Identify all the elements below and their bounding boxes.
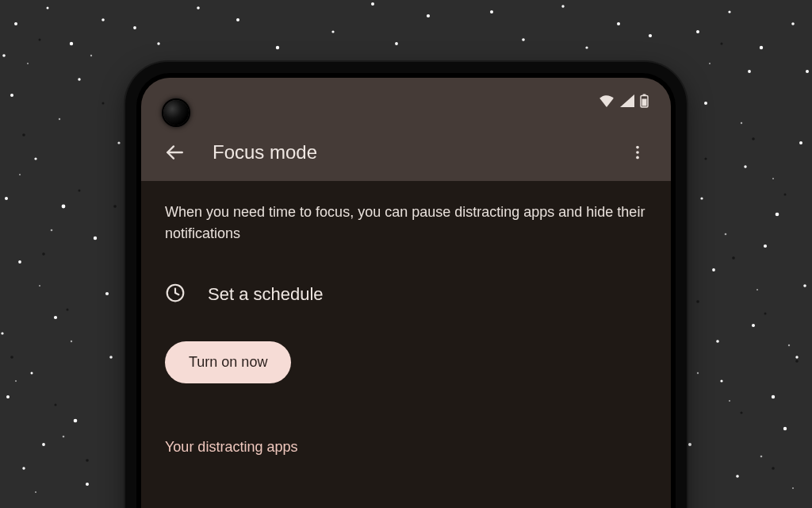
svg-rect-103 xyxy=(642,99,647,106)
svg-point-16 xyxy=(117,141,120,144)
svg-point-26 xyxy=(744,165,746,167)
svg-rect-102 xyxy=(643,94,646,96)
svg-point-78 xyxy=(760,456,763,458)
svg-point-62 xyxy=(59,118,60,120)
svg-point-94 xyxy=(732,256,735,260)
phone-bezel: Focus mode When you need time to focus, … xyxy=(136,73,676,508)
svg-point-5 xyxy=(10,94,13,97)
svg-point-83 xyxy=(79,190,81,192)
svg-point-32 xyxy=(736,475,739,478)
svg-point-88 xyxy=(86,459,89,462)
svg-point-28 xyxy=(712,268,715,271)
svg-point-73 xyxy=(772,178,774,179)
svg-point-38 xyxy=(748,70,751,73)
svg-point-35 xyxy=(764,244,767,248)
svg-point-95 xyxy=(764,313,767,315)
svg-point-10 xyxy=(31,372,33,375)
cellular-signal-icon xyxy=(620,94,634,107)
svg-point-76 xyxy=(788,344,790,346)
svg-point-6 xyxy=(34,157,36,160)
svg-point-1 xyxy=(14,22,17,25)
content-area: When you need time to focus, you can pau… xyxy=(141,181,671,508)
svg-point-82 xyxy=(22,133,25,137)
svg-point-60 xyxy=(803,284,806,287)
svg-point-98 xyxy=(772,467,775,470)
svg-point-29 xyxy=(752,324,755,327)
svg-point-46 xyxy=(157,42,159,44)
svg-point-85 xyxy=(67,309,69,311)
svg-point-105 xyxy=(636,146,639,149)
app-bar: Focus mode xyxy=(141,124,671,181)
svg-point-55 xyxy=(133,26,136,29)
svg-point-69 xyxy=(35,491,36,493)
svg-point-23 xyxy=(760,46,763,49)
set-schedule-row[interactable]: Set a schedule xyxy=(165,281,647,308)
svg-point-14 xyxy=(109,356,113,359)
svg-point-11 xyxy=(74,419,78,423)
svg-point-72 xyxy=(741,122,742,124)
status-bar xyxy=(141,78,671,124)
svg-point-13 xyxy=(86,483,89,486)
description-text: When you need time to focus, you can pau… xyxy=(165,202,647,244)
back-button[interactable] xyxy=(159,137,190,168)
svg-point-107 xyxy=(636,156,639,160)
svg-point-33 xyxy=(688,443,691,446)
svg-point-57 xyxy=(5,197,8,200)
svg-point-77 xyxy=(729,400,730,402)
svg-point-75 xyxy=(756,289,758,291)
svg-point-93 xyxy=(784,194,787,196)
svg-point-63 xyxy=(19,174,21,175)
svg-point-99 xyxy=(705,158,707,160)
svg-point-90 xyxy=(113,205,117,208)
turn-on-now-button[interactable]: Turn on now xyxy=(165,341,291,383)
front-camera xyxy=(163,100,189,125)
svg-point-59 xyxy=(806,70,809,73)
svg-point-48 xyxy=(395,42,398,45)
svg-point-37 xyxy=(799,141,802,144)
svg-point-97 xyxy=(741,412,743,414)
svg-point-67 xyxy=(15,380,17,382)
clock-icon xyxy=(165,283,186,306)
svg-point-64 xyxy=(51,229,53,232)
svg-point-24 xyxy=(791,22,795,25)
set-schedule-label: Set a schedule xyxy=(208,284,324,305)
svg-point-18 xyxy=(42,443,45,446)
svg-point-25 xyxy=(704,102,707,105)
svg-point-61 xyxy=(27,63,29,64)
svg-point-7 xyxy=(62,205,66,209)
phone-screen: Focus mode When you need time to focus, … xyxy=(141,78,671,508)
svg-point-44 xyxy=(522,38,525,41)
svg-point-17 xyxy=(6,395,10,398)
svg-point-74 xyxy=(725,233,727,236)
svg-point-87 xyxy=(55,404,57,406)
svg-point-42 xyxy=(331,30,334,33)
svg-point-9 xyxy=(54,316,57,319)
svg-point-52 xyxy=(371,2,374,6)
svg-point-51 xyxy=(197,6,200,10)
svg-point-4 xyxy=(102,18,105,21)
svg-point-100 xyxy=(696,300,699,303)
distracting-apps-heading: Your distracting apps xyxy=(165,439,647,456)
svg-point-70 xyxy=(90,55,92,56)
svg-point-31 xyxy=(783,427,787,430)
svg-point-65 xyxy=(39,285,40,287)
svg-point-49 xyxy=(490,10,493,13)
svg-point-41 xyxy=(236,18,239,21)
svg-point-56 xyxy=(2,54,6,57)
svg-point-15 xyxy=(94,237,97,240)
svg-point-47 xyxy=(276,46,279,49)
svg-point-22 xyxy=(728,10,730,13)
more-options-button[interactable] xyxy=(622,137,653,168)
svg-point-3 xyxy=(70,42,73,45)
svg-point-71 xyxy=(709,63,710,64)
svg-point-86 xyxy=(10,356,13,359)
svg-point-19 xyxy=(78,78,80,80)
battery-icon xyxy=(640,94,649,108)
svg-point-34 xyxy=(795,356,798,358)
svg-point-2 xyxy=(47,7,49,10)
svg-point-79 xyxy=(792,487,794,489)
page-title: Focus mode xyxy=(213,141,599,164)
wifi-icon xyxy=(599,94,615,107)
svg-point-36 xyxy=(700,197,703,199)
svg-point-53 xyxy=(561,5,564,7)
